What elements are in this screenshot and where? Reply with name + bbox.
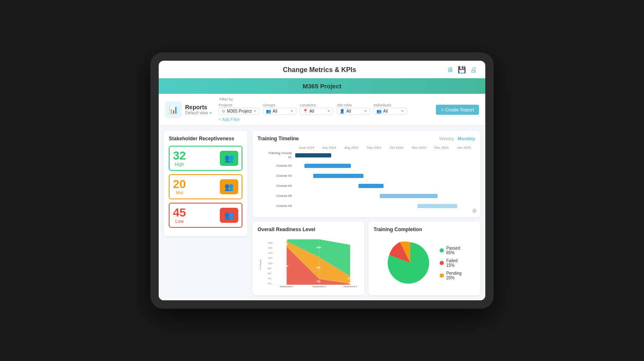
- high-icon: 👥: [220, 151, 238, 166]
- pending-label: Pending20%: [446, 271, 462, 280]
- completion-chart: Passed65% Failed15% Pending20%: [374, 236, 475, 286]
- reports-view[interactable]: Default view ▼: [185, 111, 212, 115]
- groups-filter: Groups 👥 All ▼: [263, 103, 296, 115]
- svg-text:400: 400: [268, 277, 271, 280]
- timeline-toggle: Weekly Monthly: [439, 136, 475, 141]
- timeline-row-3: Course #3: [258, 172, 475, 180]
- stakeholder-card: Stakeholder Receptiveness 32 High 👥 20 M…: [164, 131, 247, 236]
- course-label-1: Training Course#1: [258, 151, 295, 159]
- month-6: Nov 2024: [408, 146, 430, 150]
- timeline-row-4: Course #4: [258, 182, 475, 190]
- chevron-down-icon: ▼: [253, 109, 257, 113]
- monthly-toggle[interactable]: Monthly: [458, 136, 475, 141]
- course-label-2: Course #2: [258, 164, 295, 168]
- weekly-toggle[interactable]: Weekly: [439, 136, 454, 141]
- jobroles-filter: Job roles 👤 All ▼: [337, 103, 370, 115]
- failed-dot: [440, 261, 444, 265]
- location-icon: 📍: [303, 109, 308, 113]
- month-2: July 2024: [318, 146, 340, 150]
- course-bar-5: [380, 194, 438, 198]
- readiness-chart: 1800 1600 1400 1200 1000 800 600 400 200: [258, 236, 359, 290]
- pie-chart: [387, 240, 433, 286]
- timeline-chart: June 2024 July 2024 Aug 2024 Sep 2024 Oc…: [258, 146, 475, 212]
- receptiveness-low: 45 Low 👥: [169, 203, 242, 228]
- filter-row: Projects ⚙ M365 Project ▼ Groups 👥 All ▼: [219, 103, 430, 115]
- groups-select[interactable]: 👥 All ▼: [263, 108, 296, 115]
- svg-text:1000: 1000: [268, 262, 273, 264]
- zoom-icon[interactable]: ⊕: [472, 207, 477, 214]
- svg-text:Assessment 2: Assessment 2: [312, 285, 326, 288]
- course-bar-3: [313, 174, 363, 178]
- receptiveness-high: 32 High 👥: [169, 146, 242, 171]
- svg-text:250: 250: [348, 277, 351, 280]
- project-icon: ⚙: [222, 109, 225, 113]
- failed-label: Failed15%: [446, 258, 458, 268]
- add-filter-button[interactable]: + Add Filter: [219, 117, 430, 122]
- header-icons: 🖥 💾 🖨: [447, 66, 477, 74]
- month-5: Oct 2024: [385, 146, 408, 150]
- mid-icon: 👥: [220, 179, 238, 194]
- project-banner: M365 Project: [159, 78, 485, 94]
- locations-filter: Locations 📍 All ▼: [300, 103, 333, 115]
- passed-dot: [440, 248, 444, 253]
- svg-text:1600: 1600: [268, 247, 273, 249]
- timeline-row-2: Course #2: [258, 162, 475, 170]
- chevron-down-icon: ▼: [401, 109, 404, 113]
- month-8: Jan 2025: [453, 146, 475, 150]
- chevron-down-icon: ▼: [290, 109, 294, 113]
- create-report-button[interactable]: + Create Report: [436, 105, 479, 115]
- svg-text:1400: 1400: [347, 241, 352, 243]
- timeline-row-6: Course #6: [258, 202, 475, 210]
- save-icon[interactable]: 💾: [458, 66, 466, 74]
- month-7: Dec 2024: [430, 146, 453, 150]
- training-timeline-card: Training Timeline Weekly Monthly June 20…: [252, 131, 480, 217]
- passed-label: Passed65%: [446, 246, 460, 255]
- svg-text:600: 600: [268, 272, 271, 274]
- monitor-icon[interactable]: 🖥: [447, 66, 453, 74]
- group-icon: 👥: [266, 109, 271, 113]
- course-label-4: Course #4: [258, 184, 295, 188]
- reports-text: Reports Default view ▼: [185, 104, 212, 115]
- svg-text:50: 50: [348, 282, 351, 284]
- mid-text: 20 Mid: [173, 178, 186, 195]
- pie-legend: Passed65% Failed15% Pending20%: [440, 246, 462, 280]
- svg-text:Assessment 1: Assessment 1: [280, 285, 294, 288]
- receptiveness-mid: 20 Mid 👥: [169, 174, 242, 199]
- svg-text:1400: 1400: [268, 252, 273, 254]
- course-bar-area-5: [295, 193, 475, 199]
- legend-passed: Passed65%: [440, 246, 462, 255]
- individuals-select[interactable]: 👥 All ▼: [374, 108, 407, 115]
- course-bar-area-6: [295, 203, 475, 209]
- timeline-row-5: Course #5: [258, 192, 475, 200]
- svg-text:1000: 1000: [316, 246, 321, 249]
- filter-section: Filter by Projects ⚙ M365 Project ▼ Grou…: [219, 97, 430, 122]
- pie-svg: [387, 240, 433, 286]
- filter-by-label: Filter by: [219, 97, 430, 101]
- course-label-3: Course #3: [258, 174, 295, 178]
- svg-text:125: 125: [284, 239, 288, 241]
- course-bar-1: [295, 153, 331, 157]
- low-text: 45 Low: [173, 207, 186, 224]
- tablet-frame: Change Metrics & KPIs 🖥 💾 🖨 M365 Project…: [150, 52, 494, 308]
- stakeholder-title: Stakeholder Receptiveness: [169, 136, 242, 142]
- high-text: 32 High: [173, 150, 186, 167]
- projects-select[interactable]: ⚙ M365 Project ▼: [219, 108, 260, 115]
- timeline-title: Training Timeline: [258, 136, 299, 142]
- svg-text:Assessment 3: Assessment 3: [343, 285, 357, 288]
- locations-select[interactable]: 📍 All ▼: [300, 108, 333, 115]
- course-bar-6: [417, 204, 457, 208]
- timeline-row-1: Training Course#1: [258, 151, 475, 159]
- svg-text:1200: 1200: [268, 257, 273, 259]
- individuals-icon: 👥: [376, 109, 381, 113]
- reports-filter-bar: 📊 Reports Default view ▼ Filter by Proje…: [159, 94, 485, 126]
- month-3: Aug 2024: [340, 146, 363, 150]
- course-bar-4: [358, 184, 384, 188]
- course-label-6: Course #6: [258, 204, 295, 208]
- course-bar-area-4: [295, 183, 475, 189]
- jobroles-select[interactable]: 👤 All ▼: [337, 108, 370, 115]
- svg-text:1350: 1350: [283, 264, 289, 267]
- course-bar-area-2: [295, 163, 475, 169]
- print-icon[interactable]: 🖨: [470, 66, 477, 74]
- svg-text:225: 225: [284, 242, 288, 245]
- chevron-down-icon: ▼: [364, 109, 367, 113]
